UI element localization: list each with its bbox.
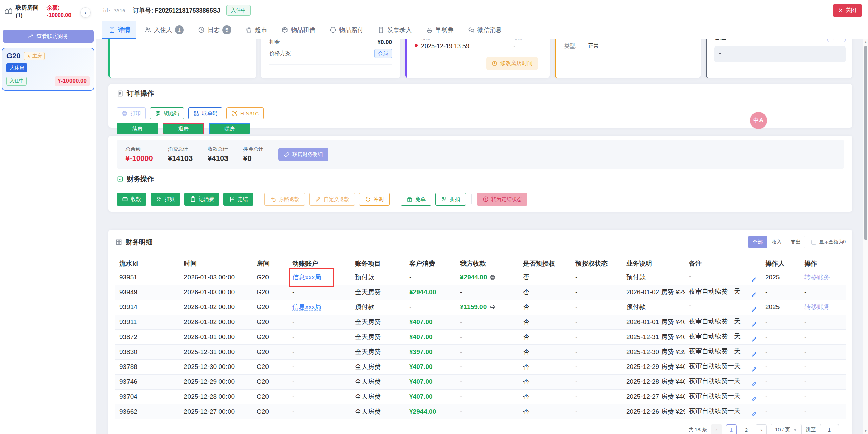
cell-our-receipt: - — [456, 344, 519, 359]
link-room-button[interactable]: 联房 — [209, 123, 250, 134]
jump-page-input[interactable] — [820, 424, 839, 434]
transfer-account-link[interactable]: - — [804, 408, 806, 415]
cell-actions: 转移账务 — [800, 300, 846, 315]
filter-expense-button[interactable]: 支出 — [786, 236, 805, 248]
room-code-button[interactable]: H-N31C — [226, 107, 264, 119]
edit-remark-icon[interactable] — [751, 381, 757, 387]
account-link[interactable]: - — [292, 333, 294, 340]
page-2-button[interactable]: 2 — [741, 424, 752, 434]
sidebar-header: 联房房间 (1) 余额: -10000.00 ‹ — [0, 0, 96, 24]
cell-actions: - — [800, 315, 846, 329]
cell-customer-consumption: - — [405, 300, 456, 315]
printer-icon[interactable] — [490, 274, 496, 280]
transfer-account-link[interactable]: 转移账务 — [804, 303, 830, 310]
collect-payment-button[interactable]: 收款 — [117, 193, 146, 206]
print-button[interactable]: 打印 — [117, 107, 146, 119]
edit-remark-icon[interactable] — [751, 366, 757, 372]
cell-preauth: 否 — [519, 329, 571, 344]
linked-room-card[interactable]: G20 ★主房 大床房 入住中 ¥-10000.00 — [2, 48, 94, 91]
edit-remark-icon[interactable] — [751, 291, 757, 298]
tab-details[interactable]: 详情 — [102, 21, 136, 39]
edit-remark-icon[interactable] — [751, 351, 757, 357]
translate-floating-button[interactable]: 中A — [750, 112, 767, 129]
prev-page-button[interactable]: ‹ — [711, 424, 722, 434]
convert-settle-status-button[interactable]: 转为走结状态 — [477, 193, 527, 206]
scroll-down-arrow[interactable]: ▼ — [863, 429, 868, 433]
transfer-account-link[interactable]: 转移账务 — [804, 273, 830, 281]
account-link[interactable]: 信息xxx局 — [292, 303, 321, 311]
key-code-button[interactable]: 钥匙码 — [150, 107, 184, 119]
refund-original-button[interactable]: 原路退款 — [264, 193, 305, 206]
table-row: 93746 2025-12-29 00:00 G20 - 全天房费 ¥407.0… — [115, 374, 846, 389]
reversal-button[interactable]: 冲调 — [359, 193, 390, 206]
filter-all-button[interactable]: 全部 — [748, 236, 767, 248]
account-link[interactable]: - — [292, 363, 294, 370]
settle-later-button[interactable]: 走结 — [223, 193, 253, 206]
discount-button[interactable]: 折扣 — [435, 193, 466, 206]
cell-room: G20 — [253, 344, 288, 359]
scroll-up-arrow[interactable]: ▲ — [863, 40, 868, 44]
transfer-account-link[interactable]: - — [804, 348, 806, 355]
tab-wechat-message[interactable]: 微信消息 — [462, 21, 508, 39]
show-zero-amount-checkbox[interactable]: 显示金额为0 — [811, 239, 846, 245]
free-of-charge-button[interactable]: 免单 — [401, 193, 431, 206]
view-linked-finance-button[interactable]: 查看联房财务 — [3, 30, 94, 43]
cell-our-receipt: ¥2944.00 — [456, 270, 519, 285]
page-size-select[interactable]: 10 / 页 ▼ — [771, 424, 802, 434]
edit-remark-button[interactable]: 修改 — [827, 39, 846, 42]
member-plan-badge[interactable]: 会员 — [374, 49, 392, 58]
credit-account-button[interactable]: 挂账 — [151, 193, 180, 206]
transfer-account-link[interactable]: - — [804, 333, 806, 340]
linked-finance-detail-button[interactable]: 联房财务明细 — [278, 148, 328, 161]
transfer-account-link[interactable]: - — [804, 378, 806, 385]
account-link[interactable]: 信息xxx局 — [292, 273, 321, 281]
col-business-desc: 业务说明 — [622, 258, 685, 270]
pickup-code-button[interactable]: 取单码 — [188, 107, 222, 119]
edit-remark-icon[interactable] — [751, 411, 757, 417]
tab-market[interactable]: 超市 — [239, 21, 273, 39]
deposit-card: 押金¥0.00 价格方案会员 — [261, 39, 400, 78]
extend-stay-button[interactable]: 续房 — [117, 123, 158, 134]
close-button[interactable]: ✕关闭 — [833, 4, 862, 17]
checkout-button[interactable]: 退房 — [163, 123, 204, 134]
transfer-account-link[interactable]: - — [804, 318, 806, 325]
tab-logs[interactable]: 日志5 — [192, 21, 237, 39]
printer-icon[interactable] — [489, 304, 495, 310]
tab-guests[interactable]: 入住人1 — [138, 21, 190, 39]
edit-remark-icon[interactable] — [751, 277, 757, 283]
account-link[interactable]: - — [292, 408, 294, 415]
record-consumption-button[interactable]: 记消费 — [184, 193, 219, 206]
tab-item-compensation[interactable]: 物品赔付 — [323, 21, 370, 39]
qr-plus-icon — [193, 110, 199, 116]
transfer-account-link[interactable]: - — [804, 288, 806, 296]
edit-remark-icon[interactable] — [751, 336, 757, 342]
account-link[interactable]: - — [292, 393, 294, 400]
cell-preauth: 否 — [519, 344, 571, 359]
account-link[interactable]: - — [292, 318, 294, 325]
edit-remark-icon[interactable] — [751, 321, 757, 327]
cell-room: G20 — [253, 300, 288, 315]
cell-customer-consumption: ¥407.00 — [405, 374, 456, 389]
page-1-button[interactable]: 1 — [726, 424, 737, 434]
transfer-account-link[interactable]: - — [804, 363, 806, 370]
account-link[interactable]: - — [292, 378, 294, 385]
collapse-sidebar-button[interactable]: ‹ — [80, 7, 91, 18]
order-type-label: 类型: — [564, 43, 576, 50]
card-icon — [122, 196, 128, 202]
modify-departure-time-button[interactable]: 修改离店时间 — [486, 57, 538, 70]
custom-refund-button[interactable]: 自定义退款 — [309, 193, 355, 206]
edit-remark-icon[interactable] — [751, 306, 757, 313]
cell-item: 全天房费 — [351, 404, 405, 419]
tab-item-rental[interactable]: 物品租借 — [275, 21, 321, 39]
transfer-account-link[interactable]: - — [804, 393, 806, 400]
cell-actions: - — [800, 389, 846, 404]
col-flow-id: 流水id — [115, 258, 180, 270]
tab-invoice-entry[interactable]: 发票录入 — [372, 21, 418, 39]
tab-breakfast-coupon[interactable]: 早餐券 — [420, 21, 460, 39]
filter-income-button[interactable]: 收入 — [767, 236, 786, 248]
next-page-button[interactable]: › — [756, 424, 767, 434]
edit-remark-icon[interactable] — [751, 396, 757, 402]
account-link[interactable]: - — [292, 288, 294, 296]
scrollbar-thumb[interactable] — [864, 46, 867, 240]
account-link[interactable]: - — [292, 348, 294, 355]
